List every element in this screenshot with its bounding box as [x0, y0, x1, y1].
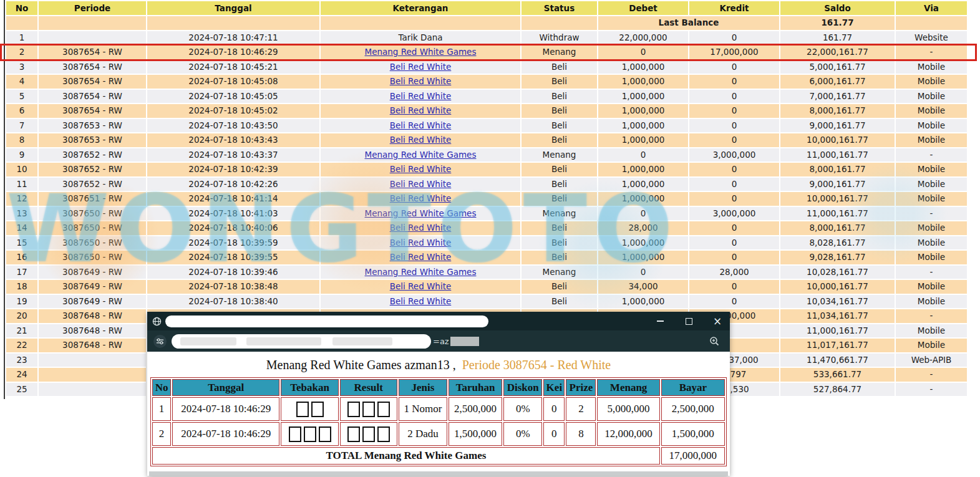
cell-status: Beli: [522, 60, 597, 74]
table-row: 153087650 - RW2024-07-18 10:39:59Beli Re…: [6, 236, 967, 250]
cell-tanggal: 2024-07-18 10:47:11: [147, 31, 319, 45]
cell-keterangan: Beli Red White: [321, 75, 520, 89]
cell-no: 25: [6, 383, 37, 397]
cell-periode: 3087654 - RW: [39, 104, 146, 118]
cell-status: Beli: [522, 104, 597, 118]
cell-no: 8: [6, 133, 37, 147]
keterangan-link[interactable]: Menang Red White Games: [365, 267, 477, 277]
tune-sliders-icon[interactable]: [153, 335, 167, 348]
cell-via: -: [896, 309, 967, 323]
cell-debet: 0: [598, 207, 688, 221]
cell-no: 24: [6, 368, 37, 382]
close-button[interactable]: ×: [712, 316, 722, 326]
cell-saldo: 11,000,161.77: [780, 324, 895, 338]
maximize-button[interactable]: [684, 316, 694, 326]
minimize-button[interactable]: [655, 316, 665, 326]
cell-tanggal: 2024-07-18 10:43:50: [147, 119, 319, 133]
keterangan-link[interactable]: Beli Red White: [390, 179, 452, 189]
keterangan-link[interactable]: Beli Red White: [390, 281, 452, 291]
cell-no: 19: [6, 295, 37, 309]
cell-periode: 3087649 - RW: [39, 280, 146, 294]
keterangan-link[interactable]: Beli Red White: [390, 238, 452, 248]
cell-debet: 22,000,000: [598, 31, 688, 45]
cell-via: -: [896, 383, 967, 397]
table-row: 193087649 - RW2024-07-18 10:38:40Beli Re…: [6, 295, 967, 309]
keterangan-link[interactable]: Beli Red White: [390, 252, 452, 262]
cell-via: Mobile: [896, 236, 967, 250]
cell-tanggal: 2024-07-18 10:41:03: [147, 207, 319, 221]
keterangan-link[interactable]: Beli Red White: [390, 193, 452, 203]
cell-tanggal: 2024-07-18 10:39:46: [147, 266, 319, 279]
cell-kredit: 0: [689, 192, 779, 206]
cell-keterangan: Menang Red White Games: [321, 46, 520, 59]
cell-kredit: 0: [689, 104, 779, 118]
detail-row: 2 2024-07-18 10:46:29 2 Dadu 1,500,000 0…: [152, 422, 725, 446]
keterangan-link[interactable]: Beli Red White: [390, 91, 452, 101]
keterangan-link[interactable]: Beli Red White: [390, 296, 452, 306]
cell-via: Mobile: [896, 221, 967, 235]
cell-saldo: 161.77: [780, 31, 895, 45]
keterangan-link[interactable]: Beli Red White: [390, 105, 452, 115]
keterangan-link[interactable]: Beli Red White: [390, 62, 452, 72]
dcell-taruhan: 1,500,000: [449, 422, 502, 446]
dcol-jenis: Jenis: [399, 379, 447, 396]
dcell-no: 2: [152, 422, 171, 446]
last-balance-label: Last Balance: [598, 16, 779, 30]
cell-debet: 1,000,000: [598, 295, 688, 309]
cell-keterangan: [321, 16, 520, 30]
cell-periode: 3087653 - RW: [39, 133, 146, 147]
cell-saldo: 11,034,161.77: [780, 309, 895, 323]
table-row: 113087652 - RW2024-07-18 10:42:26Beli Re…: [6, 178, 967, 191]
cell-kredit: 28,000: [689, 266, 779, 279]
popup-title-field-redacted[interactable]: [165, 316, 488, 327]
dcell-tanggal: 2024-07-18 10:46:29: [172, 422, 279, 446]
redacted-digit-box: [311, 402, 324, 417]
keterangan-link[interactable]: Beli Red White: [390, 223, 452, 233]
cell-tanggal: 2024-07-18 10:43:37: [147, 148, 319, 162]
dcell-tanggal: 2024-07-18 10:46:29: [172, 397, 279, 421]
popup-content: Menang Red White Games azman13 , Periode…: [147, 352, 730, 471]
cell-saldo: 10,000,161.77: [780, 133, 895, 147]
keterangan-link[interactable]: Beli Red White: [390, 76, 452, 86]
cell-status: Beli: [522, 75, 597, 89]
keterangan-link[interactable]: Menang Red White Games: [365, 208, 477, 218]
cell-periode: 3087654 - RW: [39, 75, 146, 89]
dcol-prize: Prize: [566, 379, 596, 396]
detail-header-row: No Tanggal Tebakan Result Jenis Taruhan …: [152, 379, 725, 396]
cell-no: 1: [6, 31, 37, 45]
cell-status: Withdraw: [522, 31, 597, 45]
cell-periode: 3087651 - RW: [39, 192, 146, 206]
keterangan-link[interactable]: Menang Red White Games: [365, 47, 477, 57]
cell-periode: 3087648 - RW: [39, 309, 146, 323]
table-row: 123087651 - RW2024-07-18 10:41:14Beli Re…: [6, 192, 967, 206]
cell-via: -: [896, 46, 967, 59]
cell-saldo: 10,034,161.77: [780, 295, 895, 309]
dcell-jenis: 2 Dadu: [399, 422, 447, 446]
keterangan-link[interactable]: Menang Red White Games: [365, 150, 477, 160]
cell-saldo: 6,000,161.77: [780, 75, 895, 89]
url-input-redacted[interactable]: [172, 334, 431, 349]
cell-no: 7: [6, 119, 37, 133]
cell-no: 6: [6, 104, 37, 118]
cell-keterangan: Beli Red White: [321, 295, 520, 309]
keterangan-link[interactable]: Beli Red White: [390, 164, 452, 174]
cell-debet: 1,000,000: [598, 192, 688, 206]
cell-saldo: 10,000,161.77: [780, 192, 895, 206]
cell-tanggal: 2024-07-18 10:45:02: [147, 104, 319, 118]
keterangan-link[interactable]: Beli Red White: [390, 135, 452, 145]
window-controls: ×: [655, 316, 722, 326]
dcell-tebakan: [281, 422, 338, 446]
redacted-digit-box: [347, 426, 360, 442]
keterangan-link[interactable]: Beli Red White: [390, 120, 452, 130]
url-suffix-text: =az: [433, 337, 449, 346]
cell-kredit: 0: [689, 133, 779, 147]
cell-periode: 3087650 - RW: [39, 236, 146, 250]
zoom-in-icon[interactable]: [709, 336, 720, 347]
cell-via: Mobile: [896, 60, 967, 74]
cell-periode: [39, 31, 146, 45]
cell-periode: 3087649 - RW: [39, 295, 146, 309]
cell-via: Mobile: [896, 75, 967, 89]
redacted-digit-box: [362, 426, 375, 442]
cell-no: 17: [6, 266, 37, 279]
cell-via: -: [896, 148, 967, 162]
